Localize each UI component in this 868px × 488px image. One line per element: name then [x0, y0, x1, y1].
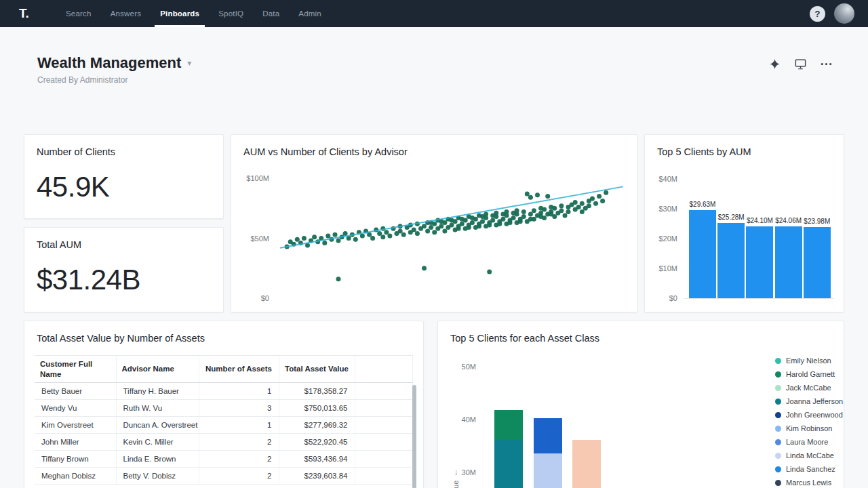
table-row[interactable]: Meghan DobiszBetty V. Dobisz2$239,603.84 [35, 468, 412, 485]
column-header-total-value[interactable]: Total Asset Value [279, 356, 355, 383]
scatter-point[interactable] [467, 225, 471, 230]
table-cell[interactable]: $522,920.45 [279, 434, 355, 451]
scatter-point[interactable] [563, 213, 568, 218]
scatter-point[interactable] [559, 208, 564, 213]
scatter-point[interactable] [439, 224, 443, 228]
scatter-point[interactable] [505, 209, 509, 214]
scatter-point[interactable] [401, 232, 406, 237]
scatter-point[interactable] [593, 201, 598, 206]
legend-item[interactable]: Marcus Lewis [775, 476, 843, 488]
legend-item[interactable]: Linda Sanchez [775, 462, 843, 476]
table-cell[interactable]: Linda E. Brown [116, 451, 199, 468]
table-row[interactable]: Tiffany BrownLinda E. Brown2$593,436.94 [35, 451, 412, 468]
aum-bar[interactable] [804, 227, 831, 299]
title-dropdown-caret[interactable]: ▾ [187, 58, 191, 68]
scatter-point[interactable] [312, 235, 317, 239]
scatter-point[interactable] [580, 201, 585, 206]
scatter-point[interactable] [545, 194, 550, 199]
legend-item[interactable]: John Greenwood [775, 408, 843, 422]
nav-item-admin[interactable]: Admin [289, 0, 331, 27]
table-cell[interactable]: Kim Overstreet [35, 417, 116, 434]
scatter-point[interactable] [484, 212, 488, 217]
scatter-point[interactable] [590, 197, 595, 201]
scatter-point[interactable] [429, 225, 433, 230]
scatter-point[interactable] [422, 266, 427, 270]
legend-item[interactable]: Linda McCabe [775, 449, 843, 462]
scatter-point[interactable] [477, 224, 481, 228]
scatter-point[interactable] [542, 216, 547, 220]
legend-item[interactable]: Laura Moore [775, 435, 843, 449]
scatter-point[interactable] [387, 234, 392, 239]
scatter-point[interactable] [360, 234, 365, 239]
table-cell[interactable]: $593,436.94 [279, 451, 355, 468]
table-cell[interactable]: Wendy Vu [35, 400, 116, 417]
scatter-point[interactable] [552, 214, 557, 219]
scatter-point[interactable] [525, 192, 530, 197]
table-cell[interactable]: Meghan Dobisz [35, 468, 116, 485]
scatter-point[interactable] [528, 195, 533, 200]
table-cell[interactable]: Tiffany H. Bauer [116, 383, 199, 400]
table-cell[interactable]: Betty Bauer [35, 383, 116, 400]
scatter-point[interactable] [470, 220, 475, 225]
legend-item[interactable]: Kim Robinson [775, 422, 843, 435]
scatter-point[interactable] [535, 192, 540, 197]
scatter-point[interactable] [450, 223, 454, 228]
scatter-point[interactable] [453, 219, 458, 224]
table-cell[interactable]: Duncan A. Overstreet [116, 417, 199, 434]
scatter-point[interactable] [532, 217, 536, 222]
scatter-point[interactable] [515, 208, 519, 213]
aum-bar[interactable] [717, 223, 745, 298]
table-cell[interactable]: 3 [199, 400, 279, 417]
nav-item-data[interactable]: Data [253, 0, 289, 27]
table-cell[interactable]: Kevin C. Miller [116, 434, 199, 451]
scatter-point[interactable] [497, 222, 502, 226]
scatter-plot[interactable] [231, 135, 637, 312]
more-options-icon[interactable] [819, 57, 833, 70]
table-scrollbar[interactable] [412, 385, 416, 488]
scatter-point[interactable] [302, 236, 307, 241]
scatter-point[interactable] [573, 200, 578, 205]
scatter-point[interactable] [432, 222, 437, 226]
scatter-point[interactable] [370, 236, 375, 241]
nav-item-pinboards[interactable]: Pinboards [151, 0, 209, 27]
column-header-num-assets[interactable]: Number of Assets [199, 356, 279, 383]
scatter-point[interactable] [542, 207, 547, 212]
legend-item[interactable]: Jack McCabe [775, 381, 843, 394]
aum-bar[interactable] [746, 226, 773, 298]
scatter-point[interactable] [353, 237, 358, 242]
scatter-point[interactable] [566, 209, 571, 214]
scatter-point[interactable] [422, 224, 427, 228]
help-button[interactable]: ? [810, 6, 825, 22]
table-row[interactable]: John MillerKevin C. Miller2$522,920.45 [35, 434, 412, 451]
user-avatar[interactable] [834, 3, 854, 24]
legend-item[interactable]: Emily Nielson [775, 354, 843, 367]
aum-bar[interactable] [689, 210, 716, 298]
stacked-bar-segment[interactable] [494, 410, 523, 440]
present-icon[interactable] [793, 57, 807, 70]
scatter-point[interactable] [490, 218, 495, 223]
table-cell[interactable]: $239,603.84 [279, 468, 355, 485]
scatter-point[interactable] [322, 241, 327, 245]
stacked-bar-segment[interactable] [494, 440, 523, 488]
legend-item[interactable]: Joanna Jefferson [775, 394, 843, 408]
scatter-point[interactable] [425, 228, 430, 233]
table-cell[interactable]: 2 [199, 434, 279, 451]
scatter-point[interactable] [333, 232, 338, 237]
scatter-point[interactable] [380, 235, 385, 239]
scatter-point[interactable] [343, 231, 348, 236]
nav-item-spotiq[interactable]: SpotIQ [209, 0, 253, 27]
scatter-point[interactable] [398, 228, 403, 233]
scatter-point[interactable] [528, 212, 533, 217]
scatter-point[interactable] [377, 231, 382, 236]
column-header-advisor[interactable]: Advisor Name [116, 356, 199, 383]
table-cell[interactable]: 1 [199, 417, 279, 434]
scatter-point[interactable] [576, 205, 581, 209]
thoughtspot-logo[interactable]: T. [19, 6, 37, 21]
scatter-point[interactable] [384, 230, 389, 235]
scatter-point[interactable] [412, 228, 416, 232]
table-cell[interactable]: Ruth W. Vu [116, 400, 199, 417]
scatter-point[interactable] [460, 222, 465, 226]
insights-icon[interactable] [768, 57, 781, 70]
table-cell[interactable]: $750,013.65 [279, 400, 355, 417]
scatter-point[interactable] [532, 208, 536, 213]
